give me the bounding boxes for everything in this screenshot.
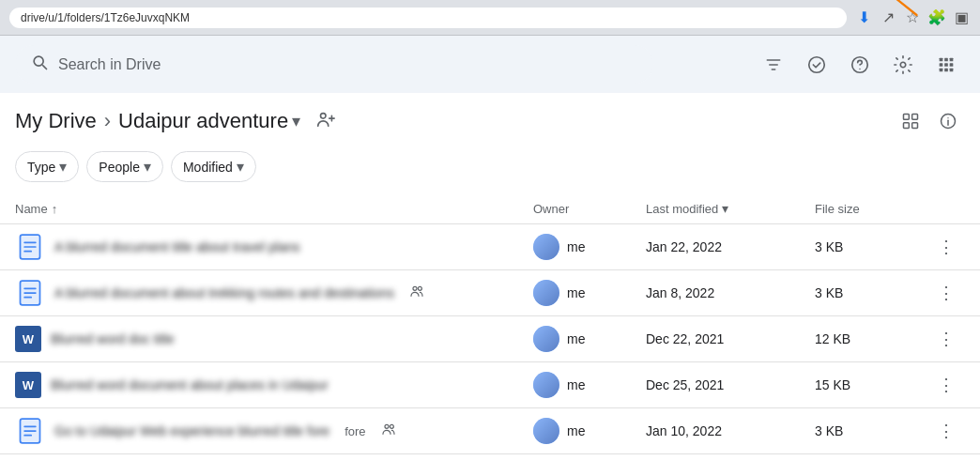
table-header: Name ↑ Owner Last modified ▾ File size — [0, 193, 980, 224]
breadcrumb-root[interactable]: My Drive — [15, 109, 97, 133]
tune-icon-btn[interactable] — [755, 46, 792, 84]
sidebar-icon[interactable]: ▣ — [952, 8, 971, 27]
date-cell: Dec 25, 2021 — [646, 377, 815, 392]
more-options-btn[interactable]: ⋮ — [931, 370, 961, 400]
more-options-btn[interactable]: ⋮ — [931, 324, 961, 354]
svg-point-13 — [321, 113, 327, 118]
search-bar: Search in Drive — [0, 36, 980, 93]
svg-point-0 — [809, 56, 825, 72]
file-name: Go to Udaipur Web experience blurred tit… — [54, 423, 329, 438]
table-row[interactable]: A blurred document about trekking routes… — [0, 270, 980, 316]
svg-rect-16 — [904, 123, 910, 129]
svg-rect-4 — [940, 57, 943, 61]
top-right-icons — [755, 46, 965, 84]
owner-label: me — [567, 285, 585, 300]
col-date-header[interactable]: Last modified ▾ — [646, 201, 815, 216]
breadcrumb-chevron-icon: ▾ — [292, 111, 300, 131]
browser-icons: ⬇ ↗ ☆ 🧩 ▣ — [854, 8, 971, 27]
svg-point-19 — [947, 117, 948, 118]
date-cell: Jan 8, 2022 — [646, 285, 815, 300]
type-filter-chip[interactable]: Type ▾ — [15, 151, 79, 182]
owner-cell: me — [533, 326, 646, 352]
svg-rect-7 — [940, 63, 943, 67]
svg-point-24 — [413, 286, 417, 290]
more-actions-cell: ⋮ — [927, 324, 965, 354]
modified-chevron-icon: ▾ — [237, 158, 244, 176]
file-name-cell: Go to Udaipur Web experience blurred tit… — [15, 416, 533, 446]
grid-view-btn[interactable] — [894, 104, 927, 138]
check-circle-btn[interactable] — [798, 46, 835, 84]
manage-access-icon[interactable] — [315, 109, 336, 134]
docs-icon — [15, 232, 45, 262]
svg-rect-15 — [912, 115, 918, 120]
more-actions-cell: ⋮ — [927, 278, 965, 308]
date-sort-icon: ▾ — [722, 201, 728, 216]
table-row[interactable]: Go to Udaipur Web experience blurred tit… — [0, 408, 980, 454]
fore-label: fore — [345, 424, 365, 438]
owner-cell: me — [533, 234, 646, 260]
file-list: A blurred document title about travel pl… — [0, 224, 980, 454]
app-body: Search in Drive — [0, 36, 980, 476]
owner-label: me — [567, 239, 585, 254]
svg-rect-9 — [950, 63, 954, 67]
avatar — [533, 280, 559, 306]
avatar-image — [533, 280, 559, 306]
avatar — [533, 234, 559, 260]
name-label: Name — [15, 202, 48, 216]
svg-point-2 — [859, 68, 860, 69]
avatar — [533, 418, 559, 444]
search-input-wrap[interactable]: Search in Drive — [15, 45, 653, 84]
avatar — [533, 372, 559, 398]
table-row[interactable]: A blurred document title about travel pl… — [0, 224, 980, 270]
avatar-image — [533, 418, 559, 444]
breadcrumb: My Drive › Udaipur adventure ▾ — [0, 93, 980, 146]
col-owner-header: Owner — [533, 202, 646, 216]
settings-btn[interactable] — [884, 46, 922, 84]
view-actions — [894, 104, 965, 138]
breadcrumb-current[interactable]: Udaipur adventure ▾ — [118, 109, 300, 133]
name-sort-icon: ↑ — [52, 202, 58, 216]
date-cell: Dec 22, 2021 — [646, 331, 815, 346]
col-name-header[interactable]: Name ↑ — [15, 202, 533, 216]
avatar-image — [533, 234, 559, 260]
table-row[interactable]: W Blurred word doc title me Dec 22, 2021… — [0, 316, 980, 362]
date-cell: Jan 10, 2022 — [646, 423, 815, 438]
size-cell: 3 KB — [815, 423, 927, 438]
svg-point-28 — [385, 424, 389, 428]
owner-cell: me — [533, 280, 646, 306]
table-row[interactable]: W Blurred word document about places in … — [0, 362, 980, 408]
svg-rect-6 — [950, 57, 954, 61]
docs-icon — [15, 278, 45, 308]
download-icon[interactable]: ⬇ — [854, 8, 873, 27]
info-btn[interactable] — [931, 104, 965, 138]
extension-icon[interactable]: 🧩 — [927, 8, 946, 27]
more-options-btn[interactable]: ⋮ — [931, 232, 961, 262]
owner-label: me — [567, 423, 585, 438]
svg-rect-12 — [950, 68, 954, 71]
people-filter-label: People — [99, 160, 140, 175]
type-filter-label: Type — [27, 160, 55, 175]
date-label: Last modified — [646, 202, 718, 216]
file-name-cell: W Blurred word doc title — [15, 326, 533, 352]
apps-btn[interactable] — [927, 46, 965, 84]
svg-rect-10 — [940, 68, 943, 71]
browser-url[interactable]: drive/u/1/folders/1Tz6eJuvxqNKM — [9, 8, 847, 28]
browser-share-icon[interactable]: ↗ — [879, 8, 897, 27]
svg-point-29 — [390, 424, 393, 428]
more-options-btn[interactable]: ⋮ — [931, 278, 961, 308]
star-icon[interactable]: ☆ — [903, 8, 922, 27]
breadcrumb-current-label: Udaipur adventure — [118, 109, 288, 133]
owner-label: me — [567, 377, 585, 392]
file-name-cell: A blurred document title about travel pl… — [15, 232, 533, 262]
help-btn[interactable] — [841, 46, 879, 84]
more-options-btn[interactable]: ⋮ — [931, 416, 961, 446]
avatar-image — [533, 326, 559, 352]
size-cell: 12 KB — [815, 331, 927, 346]
docs-icon — [15, 416, 45, 446]
modified-filter-chip[interactable]: Modified ▾ — [171, 151, 256, 182]
search-placeholder: Search in Drive — [58, 56, 161, 73]
svg-rect-14 — [904, 115, 910, 120]
people-filter-chip[interactable]: People ▾ — [86, 151, 163, 182]
owner-cell: me — [533, 372, 646, 398]
svg-point-3 — [900, 62, 906, 68]
